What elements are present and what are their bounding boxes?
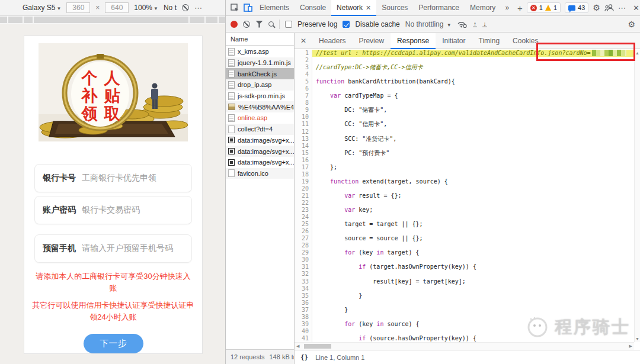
devtools-tabs: ElementsConsoleNetwork✕SourcesPerformanc…: [254, 0, 501, 16]
throttling-select[interactable]: No throttling ▼: [405, 20, 452, 28]
pretty-print-icon[interactable]: {}: [300, 353, 308, 361]
request-detail-pane: ✕ HeadersPreviewResponseInitiatorTimingC…: [295, 33, 640, 364]
filter-icon[interactable]: [255, 21, 263, 28]
request-row[interactable]: drop_ip.asp: [226, 79, 294, 91]
code-line: 22: [295, 199, 634, 207]
export-har-icon[interactable]: ↓: [482, 21, 487, 27]
tab-console[interactable]: Console: [295, 0, 331, 16]
horizontal-scrollbar[interactable]: ◀▶: [295, 342, 634, 350]
devtools-close-icon[interactable]: ✕: [631, 4, 640, 12]
phone-field[interactable]: 预留手机 请输入开户预留手机号码: [34, 234, 192, 263]
detail-tab-timing[interactable]: Timing: [472, 33, 507, 49]
clear-network-log-icon[interactable]: [243, 21, 250, 28]
tab-sources[interactable]: Sources: [376, 0, 413, 16]
request-name: js-sdk-pro.min.js: [238, 92, 285, 99]
add-panel-icon[interactable]: +: [513, 3, 527, 13]
settings-gear-icon[interactable]: ⚙: [593, 4, 600, 12]
tab-memory[interactable]: Memory: [465, 0, 501, 16]
dimension-separator: ×: [95, 4, 100, 12]
network-settings-gear-icon[interactable]: ⚙: [628, 20, 635, 28]
profiles-icon[interactable]: [604, 0, 614, 15]
toolbar-divider: [279, 20, 280, 29]
password-field[interactable]: 账户密码 银行卡交易密码: [34, 196, 192, 224]
line-number: 40: [295, 328, 312, 335]
card-number-label: 银行卡号: [43, 173, 76, 183]
scroll-down-icon[interactable]: ▼: [635, 337, 639, 341]
tab-elements[interactable]: Elements: [254, 0, 295, 16]
line-number: 5: [295, 78, 312, 85]
more-panels-chevron[interactable]: »: [501, 4, 513, 12]
code-status-bar: {} Line 1, Column 1: [295, 350, 640, 364]
scroll-left-icon[interactable]: ◀: [296, 344, 299, 349]
network-conditions-icon[interactable]: [457, 17, 468, 32]
next-step-button[interactable]: 下一步: [84, 334, 143, 353]
code-line: 10: [295, 114, 634, 121]
code-line: 31 if (target.hasOwnProperty(key)) {: [295, 263, 634, 270]
name-column-header[interactable]: Name: [226, 33, 294, 46]
vertical-scrollbar[interactable]: ▲▼: [634, 50, 640, 342]
console-messages-badge[interactable]: 43: [565, 2, 588, 13]
card-number-field[interactable]: 银行卡号 工商银行卡优先申领: [34, 164, 192, 192]
close-detail-icon[interactable]: ✕: [295, 37, 312, 45]
detail-tab-initiator[interactable]: Initiator: [436, 33, 472, 49]
viewport-height-input[interactable]: 640: [105, 2, 129, 13]
line-number: 21: [295, 192, 312, 199]
line-number: 4: [295, 71, 312, 78]
request-row[interactable]: favicon.ico: [226, 168, 294, 179]
card-number-placeholder: 工商银行卡优先申领: [82, 173, 156, 183]
request-row[interactable]: data:image/svg+x...: [226, 157, 294, 168]
line-number: 34: [295, 285, 312, 292]
inspect-element-icon[interactable]: [228, 0, 241, 15]
response-code-view[interactable]: 1//test url : https://ccdcapi.alipay.com…: [295, 50, 634, 342]
throttle-select[interactable]: No t: [164, 4, 177, 12]
cursor-position: Line 1, Column 1: [315, 354, 364, 361]
scroll-up-icon[interactable]: ▲: [635, 51, 639, 55]
line-number: 8: [295, 99, 312, 107]
img-file-icon: [228, 104, 235, 110]
media-query-bar[interactable]: [0, 16, 225, 24]
error-icon: ✕: [530, 5, 537, 11]
device-toolbar-more-icon[interactable]: ⋯: [194, 4, 203, 12]
emulated-page: 个 人 补 贴 领 取 银行卡号 工商银行卡优先申领 账户密码 银行卡交易密码: [24, 36, 203, 354]
request-row[interactable]: js-sdk-pro.min.js: [226, 91, 294, 102]
request-row[interactable]: jquery-1.9.1.min.js: [226, 57, 294, 69]
no-throttling-icon[interactable]: [182, 4, 189, 11]
device-select[interactable]: Galaxy S5▼: [23, 4, 61, 12]
detail-tab-headers[interactable]: Headers: [312, 33, 352, 49]
tab-performance[interactable]: Performance: [413, 0, 465, 16]
disable-cache-checkbox[interactable]: [343, 21, 350, 28]
device-toolbar-toggle-icon[interactable]: [241, 0, 254, 15]
preserve-log-checkbox[interactable]: [285, 21, 292, 28]
request-name: drop_ip.asp: [238, 81, 272, 88]
request-row[interactable]: %E4%B8%AA%E4...: [226, 101, 294, 112]
scrollbar-thumb[interactable]: [304, 344, 331, 349]
detail-tab-preview[interactable]: Preview: [352, 33, 391, 49]
record-network-log-icon[interactable]: [231, 21, 238, 28]
detail-tab-response[interactable]: Response: [391, 33, 436, 49]
request-row[interactable]: data:image/svg+x...: [226, 146, 294, 157]
issues-badge[interactable]: ✕1 1: [527, 2, 561, 13]
request-row[interactable]: bankCheck.js: [226, 68, 294, 79]
doc-file-icon: [228, 70, 235, 78]
search-icon[interactable]: [268, 21, 274, 27]
close-network-tab-icon[interactable]: ✕: [366, 4, 371, 12]
devtools-more-icon[interactable]: ⋯: [618, 4, 626, 12]
detail-tab-cookies[interactable]: Cookies: [506, 33, 545, 49]
request-row[interactable]: online.asp: [226, 112, 294, 124]
svg-file-icon: [228, 159, 235, 166]
scroll-right-icon[interactable]: ▶: [629, 344, 632, 349]
svg-text:人: 人: [104, 69, 121, 87]
code-line: 16: [295, 157, 634, 164]
request-row[interactable]: data:image/svg+x...: [226, 135, 294, 146]
request-row[interactable]: collect?dt=4: [226, 124, 294, 135]
code-line: 14: [295, 143, 634, 150]
viewport-width-input[interactable]: 360: [66, 2, 90, 13]
tab-network[interactable]: Network✕: [331, 0, 376, 16]
import-har-icon[interactable]: ↑: [473, 21, 478, 27]
zoom-select[interactable]: 100%▼: [134, 4, 158, 12]
message-bubble-icon: [568, 5, 575, 11]
request-row[interactable]: x_kms.asp: [226, 46, 294, 57]
line-number: 27: [295, 235, 312, 242]
line-number: 15: [295, 150, 312, 157]
redacted-card-number: [592, 50, 626, 56]
